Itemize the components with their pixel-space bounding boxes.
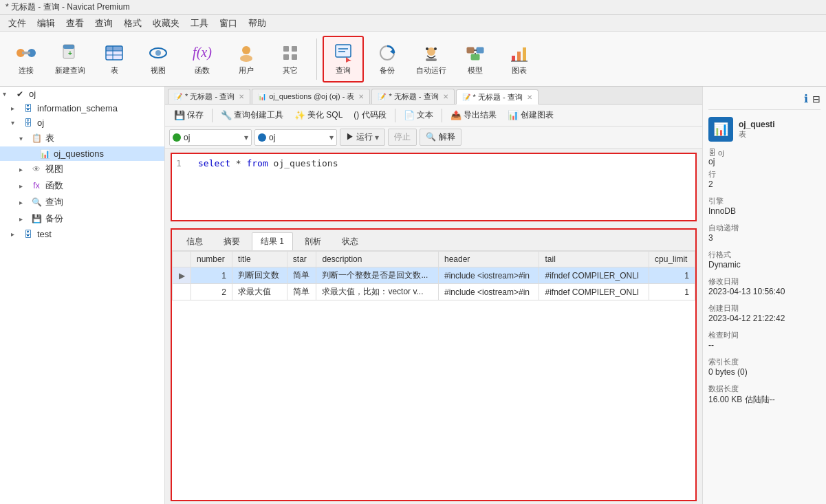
- cell-title-1: 判断回文数: [232, 267, 287, 284]
- menu-query[interactable]: 查询: [89, 16, 118, 31]
- tab-untitled1[interactable]: 📝 * 无标题 - 查询 ✕: [168, 89, 250, 104]
- col-tail[interactable]: tail: [539, 252, 649, 267]
- sidebar-label-test: test: [37, 229, 52, 239]
- function-button[interactable]: f(x) 函数: [182, 36, 223, 83]
- svg-point-12: [155, 50, 161, 56]
- svg-rect-4: [63, 45, 74, 49]
- menu-file[interactable]: 文件: [3, 16, 32, 31]
- svg-rect-17: [292, 46, 297, 52]
- create-chart-button[interactable]: 📊 创建图表: [503, 107, 558, 124]
- explain-button[interactable]: 🔍 解释: [420, 129, 461, 146]
- beautify-button[interactable]: ✨ 美化 SQL: [290, 107, 347, 124]
- table-button[interactable]: 表: [94, 36, 135, 83]
- col-header[interactable]: header: [438, 252, 539, 267]
- export-button[interactable]: 📤 导出结果: [446, 107, 501, 124]
- tab-untitled2[interactable]: 📝 * 无标题 - 查询 ✕: [371, 89, 454, 104]
- tab-icon-1: 📝: [174, 93, 182, 100]
- view-label: 视图: [151, 65, 166, 76]
- panel-rows-row: 行 2: [708, 169, 820, 189]
- run-dropdown: ▾: [375, 133, 379, 142]
- tab-info-label: 信息: [186, 237, 203, 246]
- tab-summary[interactable]: 摘要: [215, 232, 249, 250]
- menu-edit[interactable]: 编辑: [32, 16, 61, 31]
- model-button[interactable]: 模型: [455, 36, 496, 83]
- db-selector-1[interactable]: oj ▾: [169, 129, 252, 146]
- sidebar-item-backups[interactable]: 💾 备份: [0, 210, 164, 227]
- tab-untitled3[interactable]: 📝 * 无标题 - 查询 ✕: [456, 89, 539, 105]
- sidebar-item-functions[interactable]: fx 函数: [0, 177, 164, 194]
- tab-info[interactable]: 信息: [177, 232, 212, 250]
- tab-result1[interactable]: 结果 1: [252, 232, 293, 250]
- tab-close-2[interactable]: ✕: [358, 93, 364, 100]
- run-button[interactable]: ▶ 运行 ▾: [340, 129, 385, 146]
- menu-window[interactable]: 窗口: [214, 16, 243, 31]
- db-selector-2[interactable]: oj ▾: [254, 129, 337, 146]
- user-button[interactable]: 用户: [226, 36, 267, 83]
- connect-button[interactable]: 连接: [6, 36, 47, 83]
- chart-button[interactable]: 图表: [499, 36, 540, 83]
- tab-result1-label: 结果 1: [261, 237, 284, 246]
- create-tool-label: 查询创建工具: [234, 109, 283, 121]
- backup-button[interactable]: 备份: [367, 36, 408, 83]
- expand-icon: [11, 119, 22, 127]
- other-button[interactable]: 其它: [270, 36, 311, 83]
- menu-favorites[interactable]: 收藏夹: [147, 16, 185, 31]
- datalength-label: 数据长度: [708, 384, 820, 394]
- cell-description-2: 求最大值，比如：vector v...: [316, 284, 439, 300]
- cell-number-2: 2: [191, 284, 232, 300]
- cell-star-1: 简单: [287, 267, 316, 284]
- menu-tools[interactable]: 工具: [185, 16, 214, 31]
- tab-profile-label: 剖析: [305, 237, 321, 246]
- view-button[interactable]: 视图: [138, 36, 179, 83]
- col-number[interactable]: number: [191, 252, 232, 267]
- user-label: 用户: [239, 65, 254, 76]
- table-big-icon: 📊: [708, 117, 733, 142]
- tab-status[interactable]: 状态: [333, 232, 367, 250]
- save-button[interactable]: 💾 保存: [169, 107, 208, 124]
- sidebar-item-information-schema[interactable]: 🗄 information_schema: [0, 101, 164, 116]
- sidebar-item-oj-questions[interactable]: 📊 oj_questions: [0, 146, 164, 161]
- col-cpu-limit[interactable]: cpu_limit: [649, 252, 695, 267]
- results-table-container[interactable]: number title star description: [172, 251, 695, 500]
- col-title[interactable]: title: [232, 252, 287, 267]
- sidebar-item-oj-connection[interactable]: ✔ oj: [0, 87, 164, 101]
- model-icon: [464, 42, 486, 64]
- panel-btn[interactable]: ⊟: [812, 94, 820, 105]
- chart-icon: [508, 42, 530, 64]
- tab-close-4[interactable]: ✕: [527, 94, 532, 101]
- tab-close-3[interactable]: ✕: [443, 93, 448, 100]
- sql-content-1: select * from oj_questions: [198, 158, 338, 168]
- stop-button[interactable]: 停止: [388, 129, 417, 146]
- expand-icon: [3, 90, 14, 98]
- tab-close-1[interactable]: ✕: [239, 93, 244, 100]
- tab-oj-questions[interactable]: 📊 oj_questions @oj (oj) - 表 ✕: [252, 89, 370, 104]
- query-button[interactable]: 查询: [323, 36, 364, 83]
- sidebar-item-tables[interactable]: 📋 表: [0, 130, 164, 146]
- text-label: 文本: [417, 109, 433, 121]
- queries-icon: 🔍: [30, 197, 43, 207]
- auto-run-button[interactable]: 自动运行: [411, 36, 452, 83]
- sidebar-item-test[interactable]: 🗄 test: [0, 227, 164, 241]
- query-label: 查询: [336, 65, 351, 76]
- tab-profile[interactable]: 剖析: [296, 232, 330, 250]
- connection-icon: ✔: [14, 89, 26, 99]
- datalength-value: 16.00 KB 估陆陆--: [708, 394, 820, 406]
- svg-point-14: [242, 46, 250, 54]
- snippet-button[interactable]: () 代码段: [349, 107, 391, 124]
- table-row[interactable]: 2 求最大值 简单 求最大值，比如：vector v... #include <…: [173, 284, 695, 300]
- sidebar-item-queries[interactable]: 🔍 查询: [0, 194, 164, 210]
- menu-format[interactable]: 格式: [118, 16, 147, 31]
- new-query-button[interactable]: + 新建查询: [50, 36, 91, 83]
- sidebar-item-views[interactable]: 👁 视图: [0, 161, 164, 177]
- row-indicator: ▶: [173, 267, 191, 284]
- sql-editor[interactable]: 1 select * from oj_questions: [171, 153, 697, 221]
- table-row[interactable]: ▶ 1 判断回文数 简单 判断一个整数是否是回文数... #include <i…: [173, 267, 695, 284]
- col-description[interactable]: description: [316, 252, 439, 267]
- menu-help[interactable]: 帮助: [243, 16, 272, 31]
- create-tool-button[interactable]: 🔧 查询创建工具: [216, 107, 288, 124]
- text-button[interactable]: 📄 文本: [399, 107, 438, 124]
- col-star[interactable]: star: [287, 252, 316, 267]
- menu-view[interactable]: 查看: [61, 16, 89, 31]
- tab-icon-4: 📝: [462, 94, 470, 101]
- sidebar-item-oj-db[interactable]: 🗄 oj: [0, 116, 164, 130]
